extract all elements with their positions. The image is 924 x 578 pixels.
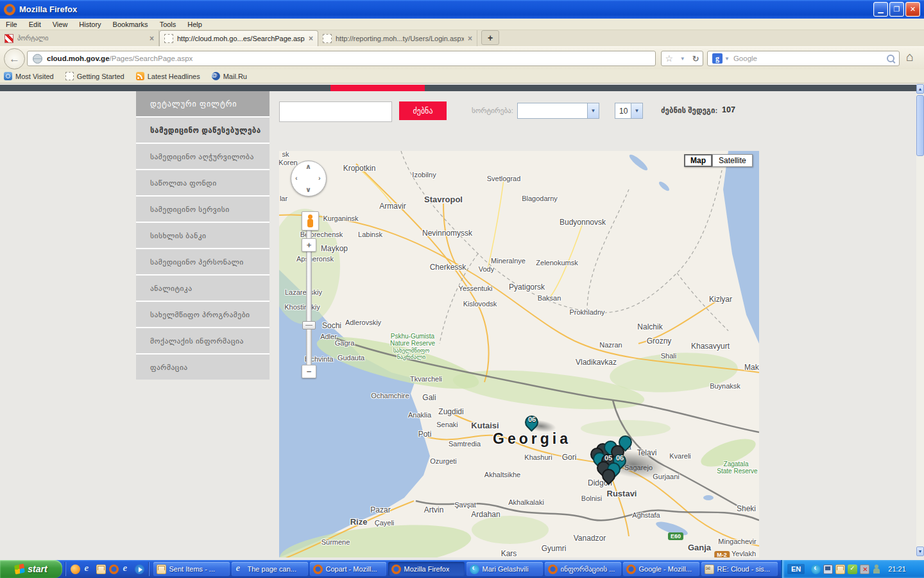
menu-item[interactable]: History (73, 21, 107, 28)
sidebar-item[interactable]: სახელმწიფო პროგრამები (136, 302, 270, 327)
page-size-dropdown[interactable]: 10 ▼ (615, 103, 643, 119)
reload-icon[interactable]: ↻ (692, 54, 699, 64)
taskbar-window-button[interactable]: Mozilla Firefox (388, 562, 465, 576)
map-place-label: Yessentuki (459, 285, 493, 292)
map-place-label: Poti (418, 430, 432, 439)
sort-dropdown[interactable]: ▼ (517, 103, 599, 119)
bookmark-most-visited[interactable]: Most Visited (4, 72, 54, 80)
taskbar-window-button[interactable]: Copart - Mozill... (310, 562, 386, 576)
sidebar-item[interactable]: სამედიცინო დაწესებულება (136, 118, 270, 143)
tab-close-icon[interactable]: × (150, 34, 154, 43)
taskbar-window-label: Copart - Mozill... (326, 565, 377, 573)
tab-close-icon[interactable]: × (309, 34, 313, 43)
menu-item[interactable]: Help (182, 21, 208, 28)
back-button[interactable]: ← (4, 48, 25, 69)
google-engine-icon[interactable]: g (712, 53, 723, 64)
sidebar-item[interactable]: ანალიტიკა (136, 276, 270, 301)
taskbar-window-button[interactable]: Mari Gelashvili (466, 562, 543, 576)
tray-icon[interactable] (848, 565, 857, 574)
taskbar-separator (148, 562, 150, 576)
zoom-in-button[interactable]: + (302, 238, 316, 252)
taskbar-window-button[interactable]: Sent Items - ... (153, 562, 230, 576)
quick-launch-icon[interactable] (83, 565, 93, 574)
tab-portal[interactable]: პორტალი × (0, 30, 159, 46)
pan-right-icon[interactable]: › (318, 174, 321, 182)
scroll-up-arrow[interactable]: ▲ (916, 84, 924, 94)
home-button[interactable]: ⌂ (906, 49, 914, 64)
zoom-slider-handle[interactable] (302, 321, 316, 329)
windows-flag-icon (14, 564, 25, 575)
pan-down-icon[interactable]: ∨ (305, 186, 311, 194)
search-button[interactable]: ძებნა (399, 101, 447, 120)
new-tab-button[interactable]: + (481, 30, 499, 45)
zoom-out-button[interactable]: − (302, 365, 316, 378)
taskbar-window-button[interactable]: RE: Cloud - sis... (701, 562, 778, 576)
sidebar-item[interactable]: საწოლთა ფონდი (136, 170, 270, 195)
scroll-down-arrow[interactable]: ▼ (916, 547, 924, 556)
taskbar-window-button[interactable]: The page can... (232, 562, 308, 576)
quick-launch-icon[interactable] (135, 565, 144, 574)
bookmark-mailru[interactable]: @Mail.Ru (212, 72, 247, 80)
language-indicator[interactable]: EN (787, 564, 805, 574)
dropdown-arrow-icon[interactable]: ▼ (631, 103, 642, 118)
menu-item[interactable]: Edit (23, 21, 47, 28)
tab-searchpage[interactable]: http://cloud.moh.go...es/SearchPage.aspx… (159, 30, 318, 46)
minimize-button[interactable]: ▁ (873, 2, 888, 17)
sidebar-item[interactable]: მოქალაქის ინფორმაცია (136, 328, 270, 353)
street-view-pegman[interactable] (302, 211, 319, 231)
map-place-label: Labinsk (358, 231, 382, 238)
tray-icon[interactable] (872, 565, 882, 574)
menu-bar: FileEditViewHistoryBookmarksToolsHelp (0, 19, 924, 30)
quick-launch-icon[interactable] (71, 565, 80, 574)
start-button[interactable]: start (0, 560, 62, 578)
quick-launch-icon[interactable] (96, 565, 106, 574)
map-place-label: Nazran (599, 341, 622, 349)
dropdown-arrow-icon[interactable]: ▼ (587, 103, 599, 118)
tab-close-icon[interactable]: × (468, 34, 472, 43)
sidebar-item[interactable]: ფარმაცია (136, 355, 270, 380)
pin-number: 06 (613, 454, 627, 462)
menu-item[interactable]: View (47, 21, 74, 28)
search-input[interactable] (279, 101, 392, 122)
sidebar-item[interactable]: სისხლის ბანკი (136, 223, 270, 248)
map-type-map-button[interactable]: Map (684, 154, 712, 167)
tray-icon[interactable] (860, 565, 869, 574)
restore-button[interactable]: ❐ (889, 2, 904, 17)
menu-item[interactable]: File (0, 21, 23, 28)
pan-up-icon[interactable]: ∧ (305, 162, 311, 171)
map-place-label: Gori (562, 453, 577, 462)
bookmark-star-icon[interactable]: ☆ (665, 53, 673, 64)
tray-icon[interactable] (823, 565, 833, 574)
taskbar-window-label: The page can... (248, 565, 296, 573)
menu-item[interactable]: Bookmarks (107, 21, 154, 28)
map-place-label: Khasavyurt (691, 342, 730, 351)
tray-icon[interactable] (835, 565, 845, 574)
taskbar-window-button[interactable]: Google - Mozill... (623, 562, 699, 576)
quick-launch-icon[interactable] (122, 565, 132, 574)
menu-item[interactable]: Tools (154, 21, 182, 28)
map-type-satellite-button[interactable]: Satellite (712, 154, 753, 167)
sidebar-item[interactable]: სამედიცინო პერსონალი (136, 249, 270, 274)
google-map[interactable]: skKorenlarKropotkinIzobilnySvetlogradSta… (279, 151, 759, 557)
map-place-label: Adlerovskiy (345, 319, 381, 326)
map-pan-control[interactable]: ∧ ∨ ‹ › (291, 161, 327, 197)
sidebar-item[interactable]: სამედიცინო აღჭურვილობა (136, 144, 270, 169)
quick-launch-icon[interactable] (109, 565, 119, 574)
taskbar-window-button[interactable]: ინფორმაციის ... (545, 562, 621, 576)
search-bar[interactable]: g ▼ Google (707, 51, 900, 66)
close-button[interactable]: ✕ (905, 2, 920, 17)
vertical-scrollbar[interactable]: ▲ ▼ (916, 84, 924, 556)
bookmark-latest-headlines[interactable]: Latest Headlines (136, 72, 200, 80)
search-magnifier-icon[interactable] (887, 55, 894, 62)
chevron-down-icon[interactable]: ▼ (680, 56, 685, 62)
tray-icon[interactable] (811, 565, 821, 574)
bookmark-getting-started[interactable]: Getting Started (65, 72, 124, 80)
map-place-label: sk (282, 151, 289, 158)
chevron-down-icon[interactable]: ▼ (724, 56, 730, 62)
taskbar-window-icon (705, 565, 714, 574)
scrollbar-thumb[interactable] (916, 95, 924, 156)
sidebar-item[interactable]: სამედიცინო სერვისი (136, 197, 270, 222)
url-bar[interactable]: cloud.moh.gov.ge /Pages/SearchPage.aspx (27, 51, 656, 66)
tab-reporting[interactable]: http://reporting.moh...ty/Users/Login.as… (318, 30, 477, 46)
pan-left-icon[interactable]: ‹ (295, 174, 298, 182)
